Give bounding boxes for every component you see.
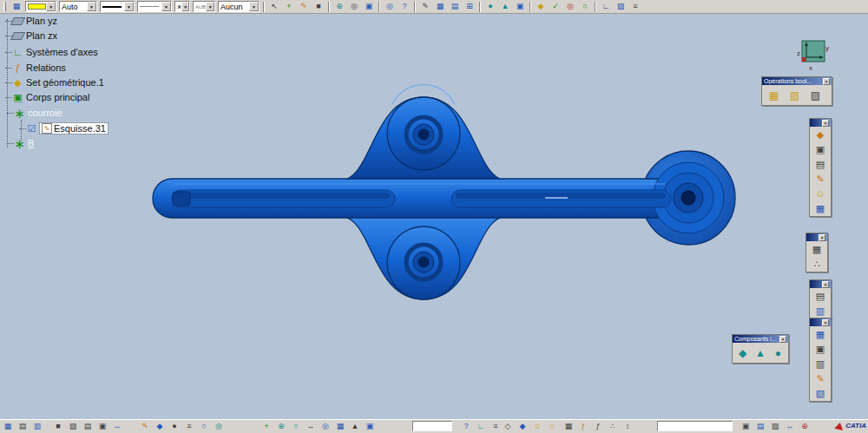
annotate-icon[interactable]: ✎ [812, 371, 829, 385]
cube-icon[interactable]: ▣ [514, 1, 526, 12]
line-icon[interactable]: ≡ [183, 421, 195, 432]
macro-icon[interactable]: ∴ [607, 421, 619, 432]
tree-item-plan-zx[interactable]: Plan zx [12, 29, 57, 43]
chevron-down-icon[interactable]: ▼ [46, 2, 56, 11]
hide-show-icon[interactable]: ☺ [531, 421, 543, 432]
boolean-remove-icon[interactable]: ▨ [806, 87, 825, 103]
layers-icon[interactable]: ▥ [812, 304, 829, 318]
close-icon[interactable]: × [819, 234, 825, 241]
close-icon[interactable]: × [822, 281, 829, 288]
link-icon[interactable]: ⊕ [333, 1, 345, 12]
calc-icon[interactable]: ⊞ [464, 1, 476, 12]
component-prism-icon[interactable]: ▲ [752, 344, 768, 361]
power-input-field[interactable] [657, 421, 733, 431]
line-type-dropdown[interactable]: ▼ [100, 1, 135, 12]
hatch-icon[interactable]: ▧ [812, 386, 829, 400]
cut-icon[interactable]: ▧ [67, 421, 79, 432]
toolbar-grip[interactable] [3, 2, 6, 11]
layer-filter-icon[interactable]: ▤ [754, 421, 766, 432]
point-icon[interactable]: ● [168, 421, 181, 432]
help-icon[interactable]: ? [460, 421, 472, 432]
chevron-down-icon[interactable]: ▼ [87, 2, 96, 11]
graph-properties-icon[interactable]: ▦ [10, 1, 23, 12]
grid-icon[interactable]: ▤ [449, 1, 461, 12]
knowledge-icon[interactable]: ƒ [577, 421, 589, 432]
apply-icon[interactable]: ✓ [549, 1, 562, 12]
boolean-add-icon[interactable]: ▧ [785, 87, 805, 103]
rotate-icon[interactable]: ◎ [319, 421, 332, 432]
options-icon[interactable]: ≡ [629, 1, 641, 12]
solid-cube-icon[interactable]: ▣ [812, 142, 829, 156]
toolbar-titlebar[interactable]: × [810, 280, 831, 288]
component-sphere-icon[interactable]: ● [770, 344, 786, 361]
box-icon[interactable]: ▣ [812, 342, 829, 356]
render-style-dropdown[interactable]: Aucun ▼ [218, 1, 260, 12]
sketch-tool-icon[interactable]: ✎ [419, 1, 431, 12]
close-icon[interactable]: × [823, 78, 830, 85]
iso-view-cube-icon[interactable]: ◆ [812, 128, 829, 141]
opacity-dropdown[interactable]: Auto ▼ [59, 1, 97, 12]
chevron-down-icon[interactable]: ▼ [249, 2, 259, 11]
shaded-icon[interactable]: ◆ [516, 421, 529, 432]
grid-view-icon[interactable]: ▦ [812, 327, 829, 341]
circle-icon[interactable]: ○ [198, 421, 210, 432]
coordinate-field[interactable] [412, 421, 452, 431]
sketcher-icon[interactable]: ✎ [812, 172, 829, 186]
sphere-icon[interactable]: ● [484, 1, 496, 12]
toolbar-titlebar[interactable]: × [806, 233, 827, 241]
swap-space-icon[interactable]: ↔ [784, 421, 796, 432]
paint-icon[interactable]: ✎ [298, 1, 310, 12]
close-icon[interactable]: × [822, 319, 829, 326]
stack-icon[interactable]: ▤ [812, 157, 829, 171]
chevron-down-icon[interactable]: ▼ [206, 2, 214, 11]
select-icon[interactable]: ↖ [268, 1, 280, 12]
eraser-icon[interactable]: ■ [312, 1, 325, 12]
update-icon[interactable]: ⊕ [799, 421, 811, 432]
visibility-swap-icon[interactable]: ▨ [769, 421, 781, 432]
target-icon[interactable]: ◎ [564, 1, 576, 12]
chevron-down-icon[interactable]: ▼ [181, 2, 189, 11]
info-icon[interactable]: ≡ [490, 421, 502, 432]
measure-icon[interactable]: ∟ [600, 1, 612, 12]
line-weight-dropdown[interactable]: ▼ [137, 1, 172, 12]
chevron-down-icon[interactable]: ▼ [161, 2, 171, 11]
table-panel-icon[interactable]: ▦ [808, 242, 825, 256]
measure-icon[interactable]: ∟ [475, 421, 487, 432]
new-file-icon[interactable]: ▦ [2, 421, 14, 432]
world-icon[interactable]: ○ [579, 1, 591, 12]
dots-icon[interactable]: ∴ [808, 257, 825, 271]
pan-icon[interactable]: ↔ [305, 421, 317, 432]
undo-icon[interactable]: ↔ [111, 421, 123, 432]
copy-icon[interactable]: ▤ [82, 421, 94, 432]
light-icon[interactable]: ☼ [546, 421, 558, 432]
sketcher-icon[interactable]: ✎ [139, 421, 151, 432]
save-icon[interactable]: ▥ [31, 421, 43, 432]
properties-icon[interactable]: ▣ [740, 421, 752, 432]
plane-tool-icon[interactable]: ◆ [154, 421, 166, 432]
section-icon[interactable]: ▥ [812, 357, 829, 371]
slab-icon[interactable]: ▤ [812, 289, 829, 303]
spline-icon[interactable]: ◎ [213, 421, 225, 432]
refresh-icon[interactable]: ◎ [384, 1, 396, 12]
shading-icon[interactable]: ▣ [364, 421, 376, 432]
tree-item-plan-yz[interactable]: Plan yz [12, 14, 57, 28]
tree-item-main-body[interactable]: ▣ Corps principal [12, 90, 89, 104]
point-symbol-dropdown[interactable]: × ▼ [174, 1, 190, 12]
table-icon[interactable]: ▦ [434, 1, 446, 12]
fit-all-icon[interactable]: ▦ [334, 421, 346, 432]
tree-item-b[interactable]: ∗ B [14, 136, 34, 150]
normal-view-icon[interactable]: ▲ [349, 421, 361, 432]
layer-dropdown[interactable]: AUB ▼ [193, 1, 215, 12]
tools-icon[interactable]: ◆ [535, 1, 547, 12]
catalog-icon[interactable]: ▦ [562, 421, 575, 432]
close-icon[interactable]: × [822, 120, 829, 127]
paste-icon[interactable]: ▣ [96, 421, 108, 432]
fly-mode-icon[interactable]: + [260, 421, 273, 432]
open-file-icon[interactable]: ▤ [16, 421, 29, 432]
formula-icon[interactable]: ƒ [592, 421, 604, 432]
print-icon[interactable]: ■ [52, 421, 64, 432]
link-manager-icon[interactable]: ↕ [621, 421, 634, 432]
viewport[interactable]: Plan yz Plan zx ∟ Systèmes d'axes ƒ Rela… [0, 14, 868, 419]
tree-item-geometric-set[interactable]: ◆ Set géométrique.1 [12, 75, 104, 89]
zoom-out-icon[interactable]: ○ [290, 421, 302, 432]
